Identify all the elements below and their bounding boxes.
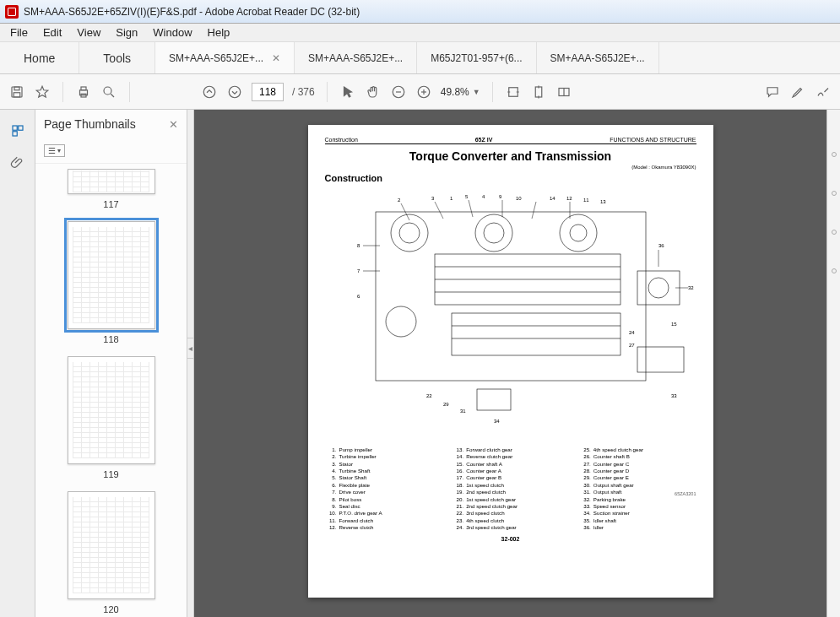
- svg-point-6: [104, 87, 111, 95]
- star-icon[interactable]: [34, 84, 51, 100]
- tab-home[interactable]: Home: [0, 42, 79, 73]
- fit-page-icon[interactable]: [530, 84, 547, 100]
- thumbnail-preview: [68, 356, 155, 464]
- parts-column: 13.Forward clutch gear14.Reverse clutch …: [452, 447, 569, 531]
- part-row: 16.Counter gear A: [452, 468, 569, 474]
- header-right: FUNCTIONS AND STRUCTURE: [610, 137, 696, 143]
- svg-text:27: 27: [629, 343, 635, 348]
- thumbnails-options-icon[interactable]: ☰ ▾: [44, 144, 65, 157]
- svg-point-36: [386, 306, 416, 337]
- part-row: 34.Suction strainer: [579, 510, 696, 517]
- thumbnail-item[interactable]: 119: [35, 356, 187, 479]
- part-row: 3.Stator: [325, 461, 442, 468]
- svg-text:1: 1: [450, 196, 453, 201]
- svg-text:11: 11: [583, 198, 589, 203]
- window-titlebar: SM+AAA-S65J2E+65ZIV(I)(E)F&S.pdf - Adobe…: [0, 0, 840, 24]
- page-number-input[interactable]: [252, 83, 284, 101]
- thumbnail-item[interactable]: 120: [35, 491, 187, 614]
- thumbnails-rail-icon[interactable]: [8, 122, 27, 140]
- part-row: 21.2nd speed clutch gear: [452, 503, 569, 510]
- tab-doc-2[interactable]: SM+AAA-S65J2E+...: [295, 42, 417, 73]
- comment-icon[interactable]: [764, 84, 781, 100]
- sign-icon[interactable]: [815, 84, 832, 100]
- thumbnails-title: Page Thumbnails: [44, 117, 136, 131]
- svg-point-9: [229, 86, 241, 98]
- thumbnail-preview: [68, 221, 155, 329]
- menu-edit[interactable]: Edit: [36, 24, 68, 41]
- thumbnails-list[interactable]: 117118119120: [35, 164, 187, 617]
- svg-text:34: 34: [494, 419, 500, 424]
- svg-text:9: 9: [499, 194, 502, 199]
- zoom-out-icon[interactable]: [390, 84, 407, 100]
- page-up-icon[interactable]: [201, 84, 218, 100]
- svg-text:29: 29: [443, 402, 449, 407]
- svg-text:14: 14: [550, 196, 555, 201]
- close-panel-icon[interactable]: ✕: [169, 118, 178, 131]
- tab-doc-1[interactable]: SM+AAA-S65J2E+... ✕: [155, 42, 295, 73]
- svg-rect-39: [637, 347, 684, 372]
- page-down-icon[interactable]: [226, 84, 243, 100]
- document-page: Construction 65Z IV FUNCTIONS AND STRUCT…: [308, 125, 713, 598]
- part-row: 13.Forward clutch gear: [452, 447, 569, 453]
- part-row: 27.Counter gear C: [579, 461, 696, 468]
- part-row: 19.2nd speed clutch: [452, 489, 569, 495]
- save-icon[interactable]: [8, 84, 25, 100]
- svg-rect-1: [14, 87, 19, 90]
- tab-doc-4[interactable]: SM+AAA-S65J2E+...: [537, 42, 659, 73]
- thumbnail-label: 117: [103, 199, 118, 209]
- svg-rect-33: [452, 313, 621, 355]
- read-mode-icon[interactable]: [555, 84, 572, 100]
- part-row: 9.Seal disc: [325, 503, 442, 510]
- search-icon[interactable]: [100, 84, 117, 100]
- pointer-icon[interactable]: [339, 84, 356, 100]
- toolbar: / 376 49.8% ▼: [0, 74, 840, 110]
- tab-doc-3[interactable]: M65J2T01-957+(6...: [417, 42, 536, 73]
- thumbnail-label: 120: [103, 604, 118, 614]
- panel-splitter[interactable]: [187, 110, 194, 617]
- part-row: 24.3rd speed clutch gear: [452, 524, 569, 531]
- svg-line-7: [111, 94, 114, 97]
- technical-diagram: 231 549 101412 1113 876 222931 342427 32…: [325, 187, 696, 440]
- zoom-dropdown[interactable]: 49.8% ▼: [441, 86, 480, 98]
- tab-tools[interactable]: Tools: [79, 42, 155, 73]
- svg-text:7: 7: [357, 268, 360, 273]
- svg-text:31: 31: [460, 409, 466, 414]
- part-row: 18.1st speed clutch: [452, 482, 569, 489]
- menu-sign[interactable]: Sign: [109, 24, 144, 41]
- hand-icon[interactable]: [365, 84, 382, 100]
- svg-point-8: [203, 86, 215, 98]
- menu-file[interactable]: File: [3, 24, 35, 41]
- svg-rect-2: [14, 92, 20, 96]
- part-row: 15.Counter shaft A: [452, 461, 569, 468]
- thumbnail-preview: [68, 169, 155, 194]
- menu-help[interactable]: Help: [201, 24, 237, 41]
- parts-column: 25.4th speed clutch gear26.Counter shaft…: [579, 447, 696, 531]
- part-row: 10.P.T.O. drive gear A: [325, 510, 442, 517]
- attachment-rail-icon[interactable]: [8, 154, 27, 172]
- page-number: 32-002: [325, 536, 696, 542]
- part-row: 29.Counter gear E: [579, 474, 696, 481]
- figure-ref: 65ZA3201: [675, 491, 696, 496]
- zoom-in-icon[interactable]: [415, 84, 432, 100]
- document-area[interactable]: Construction 65Z IV FUNCTIONS AND STRUCT…: [194, 110, 826, 617]
- svg-text:15: 15: [671, 322, 677, 327]
- zoom-value: 49.8%: [441, 86, 469, 98]
- thumbnail-item[interactable]: 118: [35, 221, 187, 344]
- separator: [492, 82, 493, 102]
- svg-point-38: [648, 278, 669, 298]
- svg-text:22: 22: [426, 393, 432, 398]
- svg-rect-20: [18, 126, 22, 130]
- print-icon[interactable]: [75, 84, 92, 100]
- tab-doc-2-label: SM+AAA-S65J2E+...: [308, 52, 403, 64]
- page-total: / 376: [292, 86, 315, 98]
- close-icon[interactable]: ✕: [272, 52, 280, 64]
- svg-rect-19: [13, 126, 17, 130]
- page-model: (Model : Okamura Y83090X): [325, 165, 696, 170]
- thumbnail-item[interactable]: 117: [35, 169, 187, 209]
- part-row: 20.1st speed clutch gear: [452, 496, 569, 503]
- right-rail[interactable]: [826, 110, 840, 617]
- menu-view[interactable]: View: [70, 24, 107, 41]
- fit-width-icon[interactable]: [505, 84, 522, 100]
- menu-window[interactable]: Window: [146, 24, 198, 41]
- highlight-icon[interactable]: [789, 84, 806, 100]
